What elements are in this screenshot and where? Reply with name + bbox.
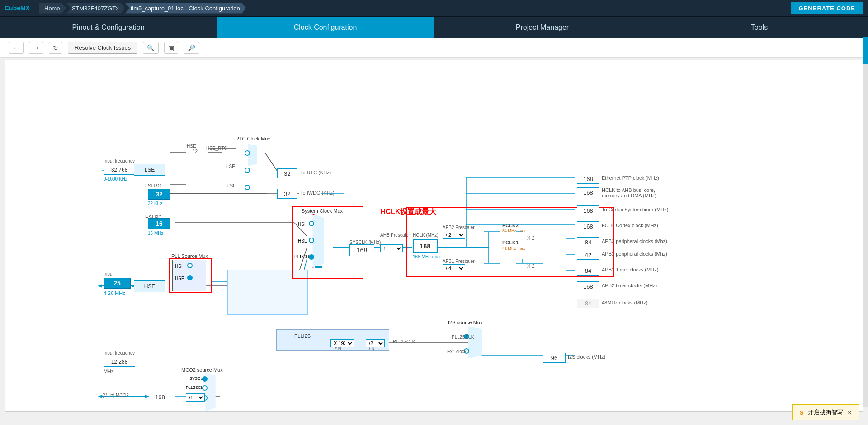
ahb-prescaler-label: AHB Prescaler: [380, 233, 410, 238]
rtc-32-val[interactable]: 32: [277, 168, 297, 178]
lse-input-label: Input frequency 32.768 0-1000 KHz: [104, 159, 135, 168]
clk48-val[interactable]: 84: [577, 299, 599, 308]
apb1-timer-val[interactable]: 84: [577, 266, 599, 276]
mco2-sysclk-radio[interactable]: [202, 376, 208, 382]
hse-box: HSE: [134, 280, 165, 292]
apb1-timer-label: APB1 Timer clocks (MHz): [602, 267, 658, 272]
main-pll-box: [227, 270, 308, 315]
svg-marker-53: [98, 284, 102, 288]
breadcrumb-device[interactable]: STM32F407ZGTx: [66, 3, 125, 14]
pll-source-mux-box: HSI HSE: [172, 260, 206, 291]
pll2sclk-label2: PLL2SCLK: [452, 335, 474, 340]
hclk-ahb-label: HCLK to AHB bus, core,: [602, 187, 655, 193]
apb2-periph-val[interactable]: 84: [577, 237, 599, 247]
fclk-val[interactable]: 168: [577, 221, 599, 231]
eth-ptp-val[interactable]: 168: [577, 174, 599, 184]
hsi-value-box[interactable]: 16: [148, 218, 170, 229]
ahb-prescaler-select[interactable]: 1 2 4: [380, 244, 403, 252]
hclk-annotation: HCLK设置成最大: [380, 207, 436, 217]
pclk2-label: PCLK2: [502, 223, 519, 228]
apb2-periph-label: APB2 peripheral clocks (Mhz): [602, 238, 667, 244]
tab-clock[interactable]: Clock Configuration: [217, 17, 434, 38]
apb1-periph-val[interactable]: 42: [577, 250, 599, 260]
breadcrumb-home[interactable]: Home: [39, 3, 66, 14]
hse-input2-value[interactable]: 12.288: [104, 357, 135, 367]
right-scrollbar[interactable]: [863, 37, 868, 407]
lsi-khz-label: 32 KHz: [148, 201, 163, 206]
lsi-rtc-label: LSI: [227, 183, 234, 188]
pclk1-label: PCLK1: [502, 240, 519, 245]
top-bar: CubeMX Home STM32F407ZGTx tim5_capture_0…: [0, 0, 868, 16]
tab-tools[interactable]: Tools: [651, 17, 868, 38]
mco2-pll2s-radio[interactable]: [202, 385, 208, 391]
generate-code-button[interactable]: GENERATE CODE: [791, 2, 863, 14]
plli2s-r-label: / R: [369, 346, 375, 351]
fclk-label: FCLK Cortex clock (MHz): [602, 223, 658, 228]
apb2-timer-val[interactable]: 168: [577, 281, 599, 291]
hclk-value[interactable]: 168: [413, 239, 438, 253]
eth-ptp-label: Ethernet PTP clock (MHz): [602, 175, 659, 181]
refresh-button[interactable]: ↻: [49, 42, 62, 54]
sys-pllclk-radio[interactable]: [309, 254, 314, 260]
zoom-in-button[interactable]: 🔍: [143, 42, 159, 54]
apb2-timer-label: APB2 timer clocks (MHz): [602, 283, 657, 288]
hse-div2-val: / 2: [193, 149, 198, 154]
redo-button[interactable]: →: [29, 42, 43, 54]
zoom-out-button[interactable]: 🔎: [184, 42, 199, 54]
rtc-hse-radio[interactable]: [245, 150, 250, 156]
pll-hsi-radio[interactable]: [187, 263, 193, 268]
plli2s-n-select[interactable]: X 192 X 336: [330, 339, 354, 347]
breadcrumb-current[interactable]: tim5_capture_01.ioc - Clock Configuratio…: [125, 3, 246, 14]
pll-hse-radio[interactable]: [187, 275, 193, 280]
i2s-source-mux-label: I2S source Mux: [448, 320, 482, 325]
resolve-clock-button[interactable]: Resolve Clock Issues: [68, 42, 137, 54]
hse-rtc-label: HSE_RTC: [206, 146, 227, 151]
apb1-prescaler-select[interactable]: / 4 / 1 / 2: [443, 264, 465, 272]
tab-pinout[interactable]: Pinout & Configuration: [0, 17, 217, 38]
iwdg-to-label: To IWDG (KHz): [300, 190, 335, 196]
iwdg-32-val[interactable]: 32: [277, 189, 297, 199]
mco2-div-select[interactable]: /1 /2 /3 /4 /5: [186, 393, 205, 402]
lse-input-value[interactable]: 32.768: [104, 165, 135, 175]
hse-input2-freq: Input frequency 12.288 MHz: [104, 350, 135, 360]
css-enabled-button[interactable]: [315, 266, 322, 268]
scrollbar-thumb[interactable]: [863, 37, 868, 64]
apb2-prescaler-select[interactable]: / 2 / 1 / 4: [443, 231, 465, 239]
mco2-source-mux-label: MCO2 source Mux: [181, 367, 223, 373]
i2s-clk-val[interactable]: 96: [543, 353, 566, 363]
pclk2-max: 84 MHz max: [502, 229, 525, 233]
mco2-output-val[interactable]: 168: [149, 392, 171, 402]
apb1-x2-label: X 2: [527, 263, 535, 269]
plli2s-label: PLLI2S: [294, 333, 311, 339]
sys-hsi-label: HSI: [298, 222, 306, 227]
pll2sclk-label1: PLL2SCLK: [393, 339, 415, 344]
clock-diagram-canvas: Input frequency 32.768 0-1000 KHz LSE LS…: [5, 60, 863, 412]
lsi-value-box[interactable]: 32: [148, 189, 170, 200]
sys-hse-radio[interactable]: [309, 238, 314, 243]
hclk-ahb-label2: memory and DMA (MHz): [602, 193, 656, 198]
svg-line-6: [265, 153, 278, 173]
sysclk-value[interactable]: 168: [349, 244, 374, 256]
cortex-timer-val[interactable]: 168: [577, 205, 599, 215]
system-clock-mux-label: System Clock Mux: [302, 208, 343, 214]
hse-input-freq: Input frequency 25 4-26 MHz: [104, 271, 131, 282]
fit-button[interactable]: ▣: [164, 42, 178, 54]
rtc-lse-radio[interactable]: [245, 168, 250, 173]
apb2-x2-label: X 2: [527, 235, 535, 241]
notif-close-button[interactable]: ×: [848, 409, 851, 416]
cortex-timer-label: To Cortex System timer (MHz): [602, 207, 668, 212]
hclk-ahb-val[interactable]: 168: [577, 187, 599, 197]
hclk-label: HCLK (MHz): [413, 233, 439, 238]
sys-hsi-radio[interactable]: [309, 221, 314, 226]
tab-project[interactable]: Project Manager: [434, 17, 651, 38]
hse-freq-value[interactable]: 25: [104, 278, 131, 289]
apb2-prescaler-label: APB2 Prescaler: [443, 225, 475, 230]
bottom-notification: S 开启搜狗智写 ×: [792, 404, 859, 420]
hsi-mhz-label: 16 MHz: [148, 231, 163, 236]
toolbar: ← → ↻ Resolve Clock Issues 🔍 ▣ 🔎: [0, 38, 868, 58]
notif-icon: S: [800, 409, 804, 416]
lsi-rc-label: LSI RC: [145, 183, 161, 188]
undo-button[interactable]: ←: [9, 42, 24, 54]
apb1-prescaler-label: APB1 Prescaler: [443, 259, 475, 264]
rtc-lsi-radio[interactable]: [245, 185, 250, 190]
